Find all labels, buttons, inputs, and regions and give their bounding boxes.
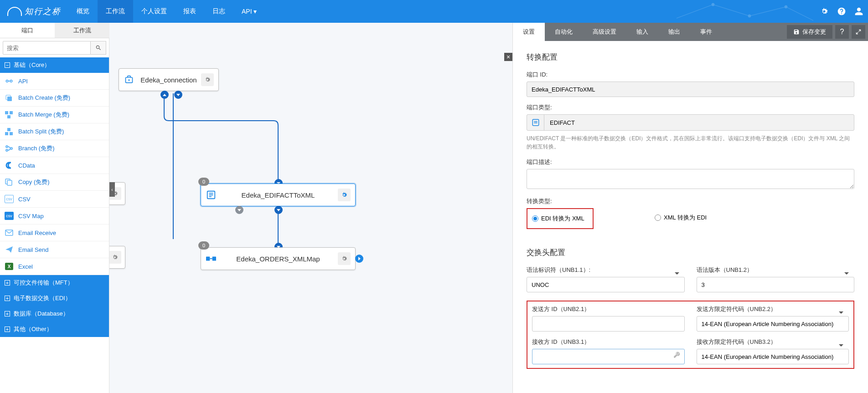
- unb12-select[interactable]: [697, 277, 855, 292]
- save-icon: [793, 29, 800, 35]
- node-gear-button[interactable]: [109, 251, 121, 264]
- node-badge: 0: [198, 178, 209, 186]
- panel-help-button[interactable]: ?: [835, 25, 849, 39]
- svg-rect-14: [7, 115, 10, 118]
- top-nav: 知行之桥 概览 工作流 个人设置 报表 日志 API ▾: [0, 0, 868, 23]
- category-mft[interactable]: +可控文件传输（MFT）: [0, 275, 109, 291]
- svg-text:X: X: [8, 264, 11, 269]
- topnav-right: [820, 7, 863, 16]
- svg-line-2: [749, 7, 786, 16]
- port-excel[interactable]: XExcel: [0, 258, 109, 275]
- category-edi[interactable]: +电子数据交换（EDI）: [0, 291, 109, 306]
- label-unb22: 发送方限定符代码（UNB2.2）: [697, 305, 849, 313]
- port-email-send[interactable]: Email Send: [0, 241, 109, 258]
- flow-output-dot[interactable]: [160, 91, 169, 99]
- svg-point-18: [6, 146, 8, 148]
- node-edeka-connection[interactable]: Edeka_connection: [119, 68, 219, 91]
- node-edifact-to-xml[interactable]: 0 Edeka_EDIFACTToXML: [201, 184, 356, 206]
- port-type-display: EDIFACT: [527, 114, 854, 131]
- svg-line-1: [713, 5, 749, 16]
- tab-settings[interactable]: 设置: [513, 23, 545, 41]
- port-desc-input[interactable]: [527, 169, 854, 189]
- expand-icon: [855, 29, 862, 35]
- save-button[interactable]: 保存变更: [787, 25, 832, 39]
- tab-automation[interactable]: 自动化: [545, 23, 583, 41]
- flow-output-dot[interactable]: [174, 91, 182, 99]
- nav-profile[interactable]: 个人设置: [133, 0, 175, 23]
- xmlmap-icon: [206, 253, 217, 264]
- unb32-select[interactable]: [697, 349, 849, 364]
- category-other[interactable]: +其他（Other）: [0, 322, 109, 337]
- node-gear-button[interactable]: [338, 189, 351, 201]
- nav-log[interactable]: 日志: [204, 0, 233, 23]
- tab-advanced[interactable]: 高级设置: [583, 23, 626, 41]
- subtab-ports[interactable]: 端口: [0, 23, 55, 38]
- logo: 知行之桥: [0, 6, 68, 17]
- port-batch-split[interactable]: Batch Split (免费): [0, 123, 109, 140]
- tab-events[interactable]: 事件: [690, 23, 722, 41]
- user-icon[interactable]: [854, 7, 863, 16]
- port-cdata[interactable]: CData: [0, 157, 109, 174]
- port-id-input[interactable]: [527, 82, 854, 97]
- search-button[interactable]: [91, 41, 106, 55]
- node-gear-button[interactable]: [201, 73, 214, 86]
- flow-output-dot[interactable]: [274, 206, 283, 214]
- node-cropped[interactable]: [109, 246, 125, 269]
- subtab-workflows[interactable]: 工作流: [55, 23, 109, 38]
- collapse-sidebar-button[interactable]: ‹: [109, 182, 115, 197]
- svg-rect-22: [7, 180, 12, 185]
- panel-tabs: 设置 自动化 高级设置 输入 输出 事件 保存变更 ?: [513, 23, 868, 41]
- label-unb11: 语法标识符（UNB1.1）:: [527, 266, 685, 274]
- flow-canvas[interactable]: ‹ × Edeka_connection 0 Edeka_EDIFACTToXM…: [109, 23, 512, 393]
- node-label: Edeka_connection: [140, 76, 197, 84]
- nav-api[interactable]: API ▾: [233, 0, 265, 23]
- left-subtabs: 端口 工作流: [0, 23, 109, 38]
- search-input[interactable]: [3, 41, 91, 55]
- port-copy[interactable]: Copy (免费): [0, 174, 109, 191]
- svg-rect-33: [212, 256, 216, 260]
- flow-output-dot[interactable]: [235, 206, 243, 214]
- svg-rect-12: [5, 111, 8, 114]
- label-unb12: 语法版本（UNB1.2）: [697, 266, 855, 274]
- label-unb31: 接收方 ID（UNB3.1）: [532, 338, 685, 346]
- port-email-receive[interactable]: Email Receive: [0, 225, 109, 241]
- port-batch-merge[interactable]: Batch Merge (免费): [0, 107, 109, 123]
- radio-edi-to-xml[interactable]: EDI 转换为 XML: [532, 214, 584, 223]
- tab-output[interactable]: 输出: [658, 23, 690, 41]
- connection-icon: [124, 74, 134, 85]
- svg-point-27: [128, 79, 129, 81]
- port-branch[interactable]: Branch (免费): [0, 140, 109, 157]
- svg-point-6: [785, 5, 787, 8]
- node-label: Edeka_ORDERS_XMLMap: [222, 255, 334, 263]
- flow-output-right-dot[interactable]: [355, 255, 363, 263]
- unb22-select[interactable]: [697, 316, 849, 332]
- svg-rect-15: [7, 128, 10, 131]
- category-database[interactable]: +数据库（Database）: [0, 306, 109, 322]
- svg-point-8: [10, 80, 12, 82]
- tab-input[interactable]: 输入: [626, 23, 658, 41]
- nav-report[interactable]: 报表: [175, 0, 204, 23]
- category-core[interactable]: −基础（Core）: [0, 57, 109, 73]
- node-gear-button[interactable]: [338, 252, 351, 265]
- node-orders-xmlmap[interactable]: 0 Edeka_ORDERS_XMLMap: [201, 247, 356, 270]
- label-unb21: 发送方 ID（UNB2.1）: [532, 305, 685, 313]
- port-type-help: UN/EDIFACT 是一种标准的电子数据交换（EDI）文件格式，其在国际上非常…: [527, 134, 854, 151]
- radio-xml-to-edi[interactable]: XML 转换为 EDI: [655, 214, 707, 222]
- panel-expand-button[interactable]: [852, 25, 865, 39]
- port-list: API Batch Create (免费) Batch Merge (免费) B…: [0, 73, 109, 275]
- label-port-desc: 端口描述:: [527, 158, 854, 166]
- nav-workflow[interactable]: 工作流: [98, 0, 133, 23]
- port-csv[interactable]: csvCSV: [0, 191, 109, 208]
- help-icon[interactable]: [837, 7, 846, 16]
- port-csv-map[interactable]: csvCSV Map: [0, 208, 109, 225]
- nav-overview[interactable]: 概览: [68, 0, 98, 23]
- port-batch-create[interactable]: Batch Create (免费): [0, 90, 109, 107]
- gear-icon[interactable]: [820, 7, 829, 16]
- unb11-select[interactable]: [527, 277, 685, 292]
- section-transform: 转换配置: [527, 52, 854, 62]
- unb31-input[interactable]: [532, 349, 685, 364]
- port-api[interactable]: API: [0, 73, 109, 90]
- left-panel: 端口 工作流 −基础（Core） API Batch Create (免费) B…: [0, 23, 109, 393]
- unb21-input[interactable]: [532, 316, 685, 332]
- close-panel-button[interactable]: ×: [504, 53, 512, 61]
